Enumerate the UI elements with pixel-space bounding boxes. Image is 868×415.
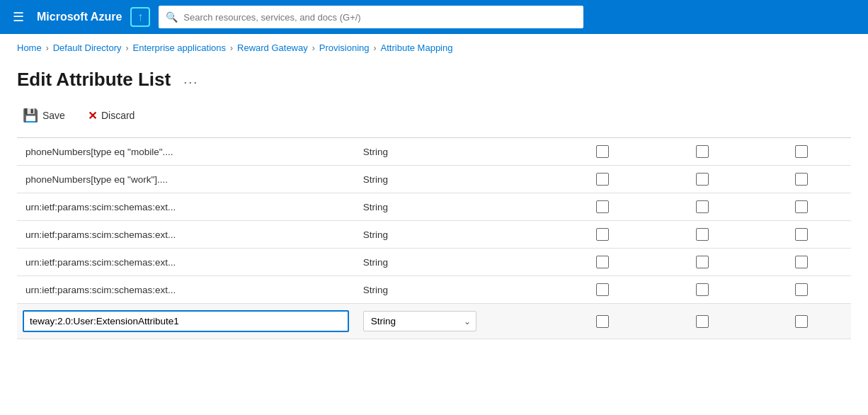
discard-icon: ✕ xyxy=(88,109,97,123)
attr-checkbox-col4[interactable] xyxy=(696,200,709,213)
search-input[interactable] xyxy=(183,12,576,23)
attribute-table: phoneNumbers[type eq "mobile"....Stringp… xyxy=(17,138,851,339)
hamburger-menu-icon[interactable]: ☰ xyxy=(8,5,28,29)
attr-checkbox-col3[interactable] xyxy=(596,283,609,296)
attr-name-cell: phoneNumbers[type eq "mobile".... xyxy=(17,138,355,166)
breadcrumb-sep-3: › xyxy=(230,43,233,53)
breadcrumb-default-directory[interactable]: Default Directory xyxy=(53,42,122,53)
active-col5-cell xyxy=(752,304,851,339)
attr-col3-cell xyxy=(553,249,652,276)
attr-checkbox-col4[interactable] xyxy=(696,256,709,268)
attr-checkbox-col4[interactable] xyxy=(696,173,709,186)
page-title: Edit Attribute List xyxy=(17,69,171,91)
table-row: urn:ietf:params:scim:schemas:ext...Strin… xyxy=(17,193,851,221)
breadcrumb-attribute-mapping[interactable]: Attribute Mapping xyxy=(381,42,453,53)
attr-col4-cell xyxy=(653,249,752,276)
attr-checkbox-col5[interactable] xyxy=(795,145,808,158)
attr-name-cell: urn:ietf:params:scim:schemas:ext... xyxy=(17,193,355,221)
attr-type-select[interactable]: StringIntegerBooleanBinaryReference xyxy=(363,311,476,331)
attr-name-cell: phoneNumbers[type eq "work"].... xyxy=(17,166,355,193)
discard-label: Discard xyxy=(101,110,135,121)
active-checkbox-col4[interactable] xyxy=(696,315,709,328)
attr-checkbox-col3[interactable] xyxy=(596,173,609,186)
table-row: phoneNumbers[type eq "mobile"....String xyxy=(17,138,851,166)
active-col4-cell xyxy=(653,304,752,339)
save-button[interactable]: 💾 Save xyxy=(17,105,71,126)
breadcrumb-sep-4: › xyxy=(312,43,315,53)
breadcrumb-enterprise-apps[interactable]: Enterprise applications xyxy=(133,42,227,53)
active-col3-cell xyxy=(553,304,652,339)
breadcrumb: Home › Default Directory › Enterprise ap… xyxy=(0,34,868,57)
breadcrumb-sep-2: › xyxy=(126,43,129,53)
active-table-row: StringIntegerBooleanBinaryReference⌄ xyxy=(17,304,851,339)
attr-name-cell: urn:ietf:params:scim:schemas:ext... xyxy=(17,221,355,249)
active-checkbox-col5[interactable] xyxy=(795,315,808,328)
attr-checkbox-col3[interactable] xyxy=(596,228,609,241)
active-name-cell xyxy=(17,304,355,339)
attr-col4-cell xyxy=(653,138,752,166)
attr-col5-cell xyxy=(752,193,851,221)
attr-col3-cell xyxy=(553,276,652,304)
attr-type-cell: String xyxy=(355,166,553,193)
attr-checkbox-col3[interactable] xyxy=(596,200,609,213)
top-navigation: ☰ Microsoft Azure ↑ 🔍 xyxy=(0,0,868,34)
attr-col3-cell xyxy=(553,166,652,193)
page-content: Edit Attribute List ... 💾 Save ✕ Discard… xyxy=(0,57,868,351)
attr-type-cell: String xyxy=(355,276,553,304)
attr-checkbox-col3[interactable] xyxy=(596,256,609,268)
attr-col5-cell xyxy=(752,166,851,193)
breadcrumb-reward-gateway[interactable]: Reward Gateway xyxy=(237,42,308,53)
attr-checkbox-col4[interactable] xyxy=(696,145,709,158)
search-bar[interactable]: 🔍 xyxy=(159,6,583,28)
attr-checkbox-col5[interactable] xyxy=(795,173,808,186)
attr-type-cell: String xyxy=(355,193,553,221)
attr-type-cell: String xyxy=(355,221,553,249)
portal-icon: ↑ xyxy=(130,7,150,27)
breadcrumb-home[interactable]: Home xyxy=(17,42,42,53)
breadcrumb-sep-1: › xyxy=(46,43,49,53)
attr-checkbox-col5[interactable] xyxy=(795,228,808,241)
attr-checkbox-col5[interactable] xyxy=(795,200,808,213)
table-row: urn:ietf:params:scim:schemas:ext...Strin… xyxy=(17,249,851,276)
attr-col5-cell xyxy=(752,221,851,249)
discard-button[interactable]: ✕ Discard xyxy=(82,106,140,125)
active-type-cell: StringIntegerBooleanBinaryReference⌄ xyxy=(355,304,553,339)
table-row: phoneNumbers[type eq "work"]....String xyxy=(17,166,851,193)
attr-type-cell: String xyxy=(355,249,553,276)
attr-name-input[interactable] xyxy=(23,310,349,332)
table-row: urn:ietf:params:scim:schemas:ext...Strin… xyxy=(17,221,851,249)
azure-logo: Microsoft Azure xyxy=(37,11,122,23)
save-label: Save xyxy=(42,110,65,121)
attr-checkbox-col5[interactable] xyxy=(795,283,808,296)
attr-name-cell: urn:ietf:params:scim:schemas:ext... xyxy=(17,249,355,276)
attr-col5-cell xyxy=(752,138,851,166)
attr-col5-cell xyxy=(752,276,851,304)
attr-col3-cell xyxy=(553,138,652,166)
attr-checkbox-col5[interactable] xyxy=(795,256,808,268)
attr-checkbox-col4[interactable] xyxy=(696,228,709,241)
toolbar: 💾 Save ✕ Discard xyxy=(17,105,851,132)
page-title-row: Edit Attribute List ... xyxy=(17,69,851,91)
more-options-button[interactable]: ... xyxy=(178,69,204,90)
attr-name-cell: urn:ietf:params:scim:schemas:ext... xyxy=(17,276,355,304)
table-row: urn:ietf:params:scim:schemas:ext...Strin… xyxy=(17,276,851,304)
breadcrumb-provisioning[interactable]: Provisioning xyxy=(319,42,370,53)
attr-col4-cell xyxy=(653,276,752,304)
active-checkbox-col3[interactable] xyxy=(596,315,609,328)
attr-col4-cell xyxy=(653,221,752,249)
attr-type-cell: String xyxy=(355,138,553,166)
search-icon: 🔍 xyxy=(166,11,178,23)
attr-col5-cell xyxy=(752,249,851,276)
attr-col3-cell xyxy=(553,221,652,249)
save-icon: 💾 xyxy=(23,108,38,123)
attr-checkbox-col4[interactable] xyxy=(696,283,709,296)
attr-col4-cell xyxy=(653,166,752,193)
attr-col3-cell xyxy=(553,193,652,221)
attr-checkbox-col3[interactable] xyxy=(596,145,609,158)
attr-col4-cell xyxy=(653,193,752,221)
breadcrumb-sep-5: › xyxy=(374,43,377,53)
